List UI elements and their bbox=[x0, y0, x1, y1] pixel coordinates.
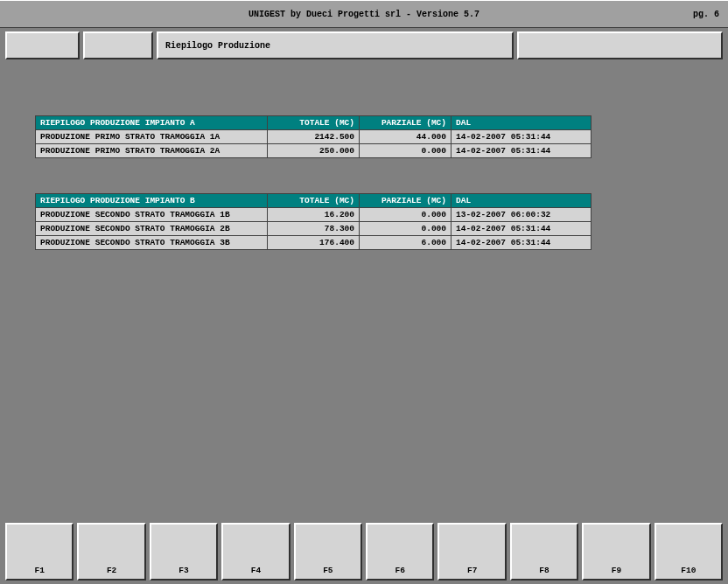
cell-desc: PRODUZIONE SECONDO STRATO TRAMOGGIA 3B bbox=[36, 236, 268, 250]
fkey-f3[interactable]: F3 bbox=[150, 523, 218, 581]
title-bar: UNIGEST by Dueci Progetti srl - Versione… bbox=[0, 0, 728, 28]
header-box-1 bbox=[5, 31, 80, 59]
cell-dal: 14-02-2007 05:31:44 bbox=[452, 236, 592, 250]
header-box-2 bbox=[83, 31, 153, 59]
cell-parziale: 44.000 bbox=[360, 130, 452, 144]
function-key-bar: F1 F2 F3 F4 F5 F6 F7 F8 F9 F10 bbox=[0, 519, 728, 584]
col-desc: RIEPILOGO PRODUZIONE IMPIANTO B bbox=[36, 194, 268, 208]
cell-desc: PRODUZIONE PRIMO STRATO TRAMOGGIA 1A bbox=[36, 130, 268, 144]
cell-totale: 2142.500 bbox=[268, 130, 360, 144]
fkey-f6[interactable]: F6 bbox=[366, 523, 434, 581]
fkey-f8[interactable]: F8 bbox=[510, 523, 578, 581]
col-totale: TOTALE (MC) bbox=[268, 194, 360, 208]
content-area: RIEPILOGO PRODUZIONE IMPIANTO A TOTALE (… bbox=[0, 63, 728, 294]
cell-totale: 78.300 bbox=[268, 222, 360, 236]
fkey-f5[interactable]: F5 bbox=[294, 523, 362, 581]
cell-totale: 16.200 bbox=[268, 208, 360, 222]
table-row: PRODUZIONE SECONDO STRATO TRAMOGGIA 1B 1… bbox=[36, 208, 592, 222]
table-header-row: RIEPILOGO PRODUZIONE IMPIANTO B TOTALE (… bbox=[36, 194, 592, 208]
cell-parziale: 0.000 bbox=[360, 222, 452, 236]
col-dal: DAL bbox=[452, 194, 592, 208]
fkey-f4[interactable]: F4 bbox=[221, 523, 290, 581]
app-title: UNIGEST by Dueci Progetti srl - Versione… bbox=[248, 10, 480, 19]
table-row: PRODUZIONE PRIMO STRATO TRAMOGGIA 2A 250… bbox=[36, 144, 592, 158]
cell-dal: 13-02-2007 06:00:32 bbox=[452, 208, 592, 222]
table-row: PRODUZIONE SECONDO STRATO TRAMOGGIA 2B 7… bbox=[36, 222, 592, 236]
col-dal: DAL bbox=[452, 116, 592, 130]
fkey-f10[interactable]: F10 bbox=[654, 523, 723, 581]
cell-desc: PRODUZIONE PRIMO STRATO TRAMOGGIA 2A bbox=[36, 144, 268, 158]
table-row: PRODUZIONE PRIMO STRATO TRAMOGGIA 1A 214… bbox=[36, 130, 592, 144]
fkey-f1[interactable]: F1 bbox=[5, 523, 74, 581]
cell-dal: 14-02-2007 05:31:44 bbox=[452, 144, 592, 158]
fkey-f7[interactable]: F7 bbox=[438, 523, 506, 581]
fkey-f9[interactable]: F9 bbox=[582, 523, 650, 581]
table-impianto-b: RIEPILOGO PRODUZIONE IMPIANTO B TOTALE (… bbox=[35, 193, 592, 250]
cell-desc: PRODUZIONE SECONDO STRATO TRAMOGGIA 2B bbox=[36, 222, 268, 236]
cell-dal: 14-02-2007 05:31:44 bbox=[452, 130, 592, 144]
col-parziale: PARZIALE (MC) bbox=[360, 194, 452, 208]
table-header-row: RIEPILOGO PRODUZIONE IMPIANTO A TOTALE (… bbox=[36, 116, 592, 130]
cell-parziale: 0.000 bbox=[360, 144, 452, 158]
header-caption: Riepilogo Produzione bbox=[165, 41, 270, 51]
header-box-4 bbox=[517, 31, 723, 59]
header-panel: Riepilogo Produzione bbox=[0, 28, 728, 63]
cell-dal: 14-02-2007 05:31:44 bbox=[452, 222, 592, 236]
cell-desc: PRODUZIONE SECONDO STRATO TRAMOGGIA 1B bbox=[36, 208, 268, 222]
cell-totale: 176.400 bbox=[268, 236, 360, 250]
header-caption-box: Riepilogo Produzione bbox=[157, 31, 514, 59]
cell-totale: 250.000 bbox=[268, 144, 360, 158]
table-impianto-a: RIEPILOGO PRODUZIONE IMPIANTO A TOTALE (… bbox=[35, 115, 592, 158]
col-desc: RIEPILOGO PRODUZIONE IMPIANTO A bbox=[36, 116, 268, 130]
col-parziale: PARZIALE (MC) bbox=[360, 116, 452, 130]
table-row: PRODUZIONE SECONDO STRATO TRAMOGGIA 3B 1… bbox=[36, 236, 592, 250]
col-totale: TOTALE (MC) bbox=[268, 116, 360, 130]
cell-parziale: 0.000 bbox=[360, 208, 452, 222]
fkey-f2[interactable]: F2 bbox=[77, 523, 145, 581]
cell-parziale: 6.000 bbox=[360, 236, 452, 250]
page-indicator: pg. 6 bbox=[693, 10, 719, 19]
